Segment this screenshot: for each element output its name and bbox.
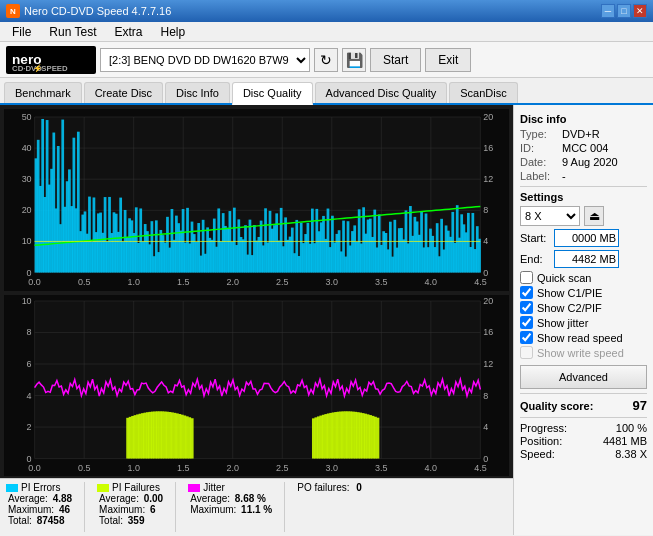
show-write-speed-checkbox[interactable] — [520, 346, 533, 359]
pi-errors-avg-value: 4.88 — [53, 493, 72, 504]
maximize-button[interactable]: □ — [617, 4, 631, 18]
advanced-button[interactable]: Advanced — [520, 365, 647, 389]
show-c1pie-label: Show C1/PIE — [537, 287, 602, 299]
exit-button[interactable]: Exit — [425, 48, 471, 72]
svg-text:3.5: 3.5 — [375, 277, 387, 287]
svg-text:4: 4 — [483, 236, 488, 246]
menu-help[interactable]: Help — [153, 23, 194, 41]
pi-errors-total-label: Total: — [8, 515, 32, 526]
disc-type-value: DVD+R — [562, 128, 600, 140]
speed-row: 8 X ⏏ — [520, 206, 647, 226]
svg-text:20: 20 — [483, 295, 493, 305]
show-jitter-row: Show jitter — [520, 316, 647, 329]
svg-text:0.0: 0.0 — [28, 277, 40, 287]
svg-text:12: 12 — [483, 359, 493, 369]
end-label: End: — [520, 253, 550, 265]
legend-po-failures: PO failures: 0 — [297, 482, 362, 493]
svg-text:50: 50 — [22, 112, 32, 122]
drive-selector[interactable]: [2:3] BENQ DVD DD DW1620 B7W9 — [100, 48, 310, 72]
start-input[interactable] — [554, 229, 619, 247]
tab-disc-info[interactable]: Disc Info — [165, 82, 230, 103]
svg-text:10: 10 — [22, 295, 32, 305]
svg-rect-243 — [478, 239, 481, 273]
legend-sep2 — [175, 482, 176, 532]
disc-info-title: Disc info — [520, 113, 647, 125]
svg-text:0.5: 0.5 — [78, 277, 90, 287]
start-button[interactable]: Start — [370, 48, 421, 72]
divider1 — [520, 186, 647, 187]
svg-text:30: 30 — [22, 174, 32, 184]
position-row: Position: 4481 MB — [520, 435, 647, 447]
svg-text:0.5: 0.5 — [78, 462, 90, 472]
eject-button[interactable]: ⏏ — [584, 206, 604, 226]
svg-rect-337 — [376, 417, 379, 458]
pi-errors-label: PI Errors — [21, 482, 60, 493]
svg-text:1.5: 1.5 — [177, 462, 189, 472]
jitter-max-label: Maximum: — [190, 504, 236, 515]
speed-selector[interactable]: 8 X — [520, 206, 580, 226]
show-jitter-checkbox[interactable] — [520, 316, 533, 329]
svg-text:4.0: 4.0 — [425, 277, 437, 287]
chart1-container: 504030201002016128400.00.51.01.52.02.53.… — [4, 109, 509, 291]
progress-section: Progress: 100 % Position: 4481 MB Speed:… — [520, 422, 647, 460]
po-failures-label: PO failures: — [297, 482, 349, 493]
pi-failures-avg-label: Average: — [99, 493, 139, 504]
progress-label: Progress: — [520, 422, 567, 434]
menu-extra[interactable]: Extra — [106, 23, 150, 41]
disc-date-label: Date: — [520, 156, 558, 168]
chart2-svg: 10864202016128400.00.51.01.52.02.53.03.5… — [4, 295, 509, 477]
disc-type-row: Type: DVD+R — [520, 128, 647, 140]
svg-text:16: 16 — [483, 143, 493, 153]
close-button[interactable]: ✕ — [633, 4, 647, 18]
minimize-button[interactable]: ─ — [601, 4, 615, 18]
disc-type-label: Type: — [520, 128, 558, 140]
svg-text:8: 8 — [483, 390, 488, 400]
svg-text:8: 8 — [27, 327, 32, 337]
tab-advanced-disc-quality[interactable]: Advanced Disc Quality — [315, 82, 448, 103]
svg-text:2.0: 2.0 — [226, 277, 238, 287]
pi-failures-color — [97, 484, 109, 492]
pi-failures-max-label: Maximum: — [99, 504, 145, 515]
main-content: 504030201002016128400.00.51.01.52.02.53.… — [0, 105, 653, 535]
show-c2pif-label: Show C2/PIF — [537, 302, 602, 314]
show-write-speed-label: Show write speed — [537, 347, 624, 359]
svg-text:20: 20 — [22, 205, 32, 215]
pi-errors-color — [6, 484, 18, 492]
tab-scandisc[interactable]: ScanDisc — [449, 82, 517, 103]
start-mb-row: Start: — [520, 229, 647, 247]
tab-disc-quality[interactable]: Disc Quality — [232, 82, 313, 105]
show-c2pif-checkbox[interactable] — [520, 301, 533, 314]
quick-scan-checkbox[interactable] — [520, 271, 533, 284]
disc-date-row: Date: 9 Aug 2020 — [520, 156, 647, 168]
pi-errors-max-label: Maximum: — [8, 504, 54, 515]
show-c1pie-checkbox[interactable] — [520, 286, 533, 299]
tab-bar: Benchmark Create Disc Disc Info Disc Qua… — [0, 78, 653, 105]
svg-text:SPEED: SPEED — [41, 63, 68, 71]
svg-text:3.0: 3.0 — [326, 462, 338, 472]
pi-failures-avg-value: 0.00 — [144, 493, 163, 504]
svg-text:10: 10 — [22, 236, 32, 246]
pi-failures-label: PI Failures — [112, 482, 160, 493]
position-value: 4481 MB — [603, 435, 647, 447]
show-read-speed-checkbox[interactable] — [520, 331, 533, 344]
tab-benchmark[interactable]: Benchmark — [4, 82, 82, 103]
tab-create-disc[interactable]: Create Disc — [84, 82, 163, 103]
disc-label-row: Label: - — [520, 170, 647, 182]
show-c1pie-row: Show C1/PIE — [520, 286, 647, 299]
refresh-drive-button[interactable]: ↻ — [314, 48, 338, 72]
menu-file[interactable]: File — [4, 23, 39, 41]
speed-value: 8.38 X — [615, 448, 647, 460]
progress-row: Progress: 100 % — [520, 422, 647, 434]
chart1-svg: 504030201002016128400.00.51.01.52.02.53.… — [4, 109, 509, 291]
show-read-speed-label: Show read speed — [537, 332, 623, 344]
disc-id-value: MCC 004 — [562, 142, 608, 154]
legend-sep1 — [84, 482, 85, 532]
menu-run-test[interactable]: Run Test — [41, 23, 104, 41]
app-icon: N — [6, 4, 20, 18]
save-button[interactable]: 💾 — [342, 48, 366, 72]
disc-id-row: ID: MCC 004 — [520, 142, 647, 154]
svg-text:3.5: 3.5 — [375, 462, 387, 472]
svg-text:1.5: 1.5 — [177, 277, 189, 287]
end-input[interactable] — [554, 250, 619, 268]
jitter-label: Jitter — [203, 482, 225, 493]
